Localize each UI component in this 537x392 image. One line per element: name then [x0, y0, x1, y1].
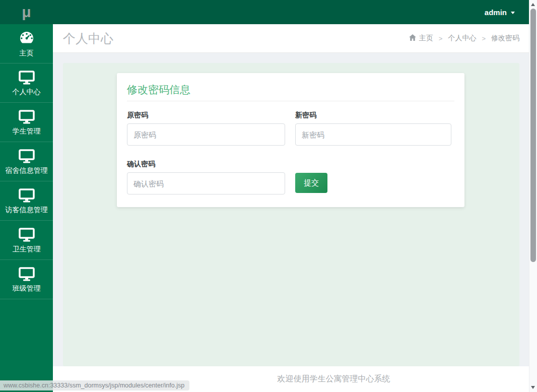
page-title: 个人中心 [63, 30, 113, 47]
monitor-icon [18, 188, 35, 203]
confirm-password-label: 确认密码 [127, 160, 155, 169]
monitor-icon [18, 149, 35, 163]
new-password-label: 新密码 [295, 111, 316, 120]
scrollbar-down-arrow[interactable] [531, 386, 535, 389]
breadcrumb: 主页 > 个人中心 > 修改密码 [409, 34, 519, 43]
breadcrumb-home[interactable]: 主页 [409, 34, 433, 43]
card-divider [127, 101, 454, 101]
sidebar-item-personal-center[interactable]: 个人中心 [0, 63, 53, 103]
app-logo: μ [0, 0, 53, 24]
old-password-label: 原密码 [127, 111, 148, 120]
user-menu-label: admin [485, 8, 507, 17]
sidebar-item-visitor-info-management[interactable]: 访客信息管理 [0, 181, 53, 221]
new-password-field[interactable] [295, 123, 451, 146]
sidebar-item-dorm-info-management[interactable]: 宿舍信息管理 [0, 142, 53, 181]
content-panel: 修改密码信息 原密码 新密码 确认密码 提交 [63, 63, 519, 366]
topbar: μ admin [0, 0, 537, 24]
page-header: 个人中心 主页 > 个人中心 > 修改密码 [53, 24, 529, 53]
old-password-field[interactable] [127, 123, 285, 146]
sidebar-item-label: 主页 [20, 49, 34, 56]
breadcrumb-separator: > [439, 35, 443, 42]
sidebar-item-label: 班级管理 [13, 285, 41, 292]
sidebar-item-label: 访客信息管理 [6, 206, 48, 213]
scrollbar-up-arrow[interactable] [531, 3, 535, 6]
footer-text: 欢迎使用学生公寓管理中心系统 [278, 374, 390, 383]
sidebar: 主页 个人中心 学生管理 宿舍信息 [0, 24, 53, 392]
sidebar-item-label: 宿舍信息管理 [6, 167, 48, 174]
vertical-scrollbar[interactable] [529, 0, 537, 392]
content-area: 修改密码信息 原密码 新密码 确认密码 提交 [53, 53, 529, 366]
link-preview-statusbar: www.csbishe.cn:33333/ssm_dormsys/jsp/mod… [0, 380, 189, 390]
sidebar-item-home[interactable]: 主页 [0, 24, 53, 63]
monitor-icon [18, 228, 35, 242]
sidebar-item-class-management[interactable]: 班级管理 [0, 260, 53, 299]
breadcrumb-item-current: 修改密码 [491, 34, 519, 43]
sidebar-item-student-management[interactable]: 学生管理 [0, 103, 53, 142]
submit-button[interactable]: 提交 [295, 173, 327, 193]
breadcrumb-item[interactable]: 个人中心 [448, 34, 476, 43]
card-title: 修改密码信息 [127, 83, 190, 97]
gauge-icon [18, 31, 35, 46]
caret-down-icon [511, 12, 515, 14]
sidebar-item-label: 个人中心 [13, 88, 41, 95]
monitor-icon [18, 110, 35, 124]
monitor-icon [18, 71, 35, 85]
change-password-card: 修改密码信息 原密码 新密码 确认密码 提交 [117, 73, 464, 207]
sidebar-item-hygiene-management[interactable]: 卫生管理 [0, 221, 53, 260]
sidebar-item-label: 学生管理 [13, 127, 41, 135]
monitor-icon [18, 267, 35, 281]
user-menu-dropdown[interactable]: admin [485, 0, 515, 24]
confirm-password-field[interactable] [127, 172, 285, 194]
scrollbar-thumb[interactable] [530, 9, 536, 262]
breadcrumb-item: 主页 [419, 34, 433, 43]
sidebar-item-label: 卫生管理 [13, 245, 41, 252]
breadcrumb-separator: > [482, 35, 486, 42]
home-icon [409, 34, 416, 42]
